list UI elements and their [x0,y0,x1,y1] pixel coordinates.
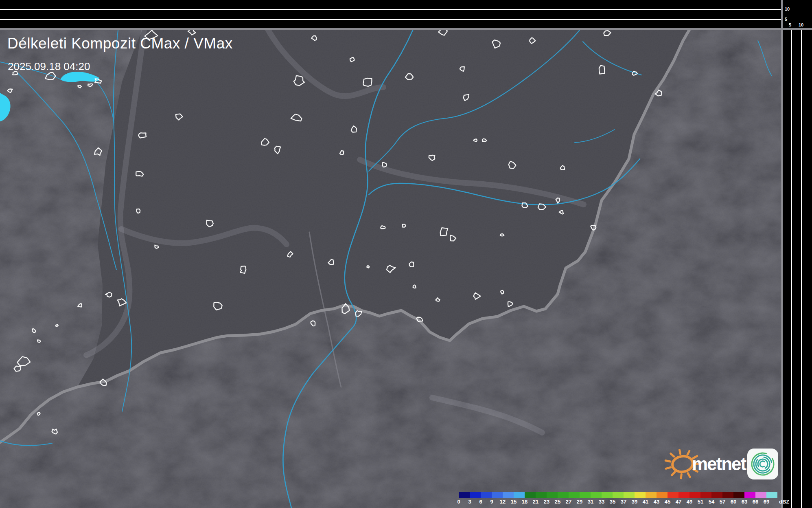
timestamp: 2025.09.18 04:20 [8,60,90,73]
legend-cell [657,492,668,498]
legend-cell [766,492,777,498]
right-scale-gridline-10 [801,30,802,508]
legend-tick-label: 27 [563,499,574,505]
legend-cell [689,492,700,498]
legend-tick-label: 54 [706,499,717,505]
sun-ray [688,473,690,477]
legend-tick-label: 18 [519,499,530,505]
legend-tick-label: 37 [618,499,629,505]
legend-tick-label: 39 [629,499,640,505]
legend-tick-label: 45 [662,499,673,505]
legend-tick-label: 6 [475,499,486,505]
legend-unit-label: dBZ [779,499,789,505]
map-top-border [0,28,812,30]
metnet-wordmark: metnet [692,454,746,474]
top-height-scale-panel [0,0,812,28]
legend-tick-label: 41 [640,499,651,505]
legend-tick-label: 15 [508,499,519,505]
legend-cell [459,492,470,498]
map-canvas [0,0,812,508]
legend-cell [503,492,514,498]
top-scale-tick-label: 5 [785,17,787,22]
legend-cell [569,492,580,498]
legend-cell [613,492,624,498]
legend-cell [646,492,657,498]
map-right-border [781,0,783,508]
legend-cell [668,492,678,498]
reflectivity-legend: 0369121518212325272931333537394143454749… [459,492,797,506]
legend-tick-label: 23 [541,499,552,505]
legend-cell [744,492,755,498]
legend-tick-label: 63 [739,499,750,505]
legend-tick-label: 57 [717,499,728,505]
right-height-scale-panel [783,0,812,508]
right-scale-tick-label: 10 [799,23,803,27]
legend-cell [602,492,613,498]
sun-ray [680,450,681,454]
legend-cell [733,492,744,498]
legend-cell [711,492,722,498]
legend-tick-label: 33 [596,499,607,505]
top-scale-gridline-5 [0,19,781,20]
legend-cell [635,492,646,498]
map-grain [0,28,781,508]
legend-tick-label: 3 [464,499,475,505]
legend-tick-label: 25 [552,499,563,505]
legend-cell [481,492,492,498]
radar-map-viewer: 105 510 Délkeleti Kompozit CMax / VMax 2… [0,0,812,508]
page-title: Délkeleti Kompozit CMax / VMax [7,35,233,52]
top-scale-gridline-10 [0,9,781,10]
legend-tick-label: 12 [497,499,508,505]
legend-tick-label: 29 [574,499,585,505]
legend-cell [492,492,503,498]
legend-tick-label: 0 [453,499,464,505]
hungaromet-spiral-icon [747,449,778,479]
legend-tick-label: 69 [761,499,772,505]
legend-cell [700,492,711,498]
legend-tick-label: 47 [673,499,684,505]
legend-cell [678,492,689,498]
right-scale-tick-label: 5 [789,23,791,27]
legend-tick-label: 49 [684,499,695,505]
legend-tick-label: 43 [651,499,662,505]
legend-tick-label: 66 [750,499,761,505]
legend-tick-label: 60 [728,499,739,505]
sun-ray [665,461,670,462]
legend-cell [580,492,591,498]
sun-ray [671,453,674,456]
legend-cell [755,492,766,498]
legend-cell [536,492,547,498]
legend-cell [722,492,733,498]
legend-tick-label: 31 [585,499,596,505]
legend-cell [547,492,558,498]
legend-tick-label: 21 [530,499,541,505]
sun-ray [672,472,675,475]
sun-ray [687,451,689,455]
sun-ray [681,474,681,478]
legend-cell [470,492,481,498]
legend-cell [525,492,536,498]
legend-cell [591,492,602,498]
sun-ray [666,467,670,468]
legend-cell [514,492,525,498]
top-scale-tick-label: 10 [785,7,790,11]
legend-color-bar [459,492,777,498]
legend-tick-label: 35 [607,499,618,505]
legend-tick-label: 9 [486,499,497,505]
legend-cell [624,492,635,498]
right-scale-gridline-5 [791,30,792,508]
legend-tick-label: 51 [695,499,706,505]
legend-cell [558,492,569,498]
